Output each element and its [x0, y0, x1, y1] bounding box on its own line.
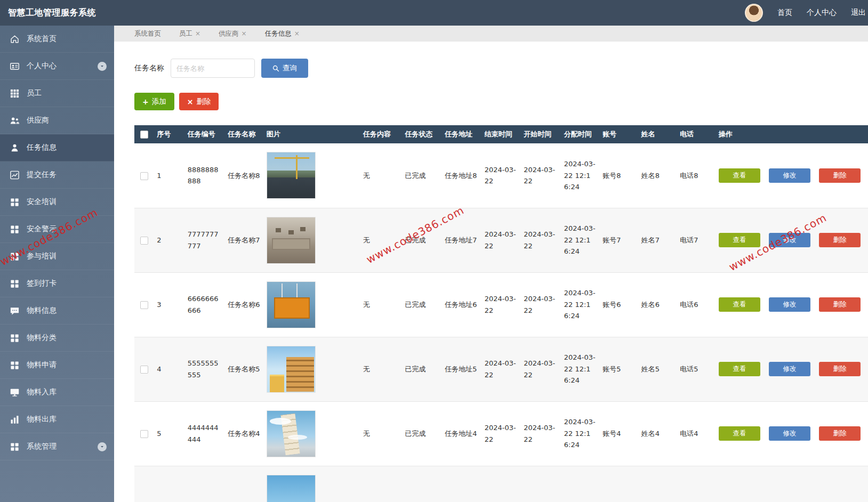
avatar[interactable] [745, 4, 763, 22]
tab-员工[interactable]: 员工 × [179, 29, 200, 38]
column-header-任务名称: 任务名称 [224, 125, 263, 143]
column-header-开始时间: 开始时间 [520, 125, 561, 143]
sidebar-item-icon [10, 442, 20, 452]
sidebar-item-系统首页[interactable]: 系统首页 [0, 26, 114, 53]
delete-button[interactable]: 删除 [819, 297, 861, 312]
table-row: 5 4444444444 任务名称4 无 已完成 任务地址4 2024-03-2… [134, 401, 868, 466]
sidebar-item-参与培训[interactable]: 参与培训 [0, 243, 114, 270]
cell-actions: 查看 修改 删除 [716, 208, 868, 272]
edit-button[interactable]: 修改 [769, 426, 810, 441]
cell-person-name: 姓名8 [638, 143, 677, 208]
select-all-checkbox[interactable] [140, 131, 148, 139]
table-row: 1 8888888888 任务名称8 无 已完成 任务地址8 2024-03-2… [134, 143, 868, 208]
content: 任务名称 查询 + 添加 × 删除 [114, 42, 868, 502]
row-checkbox[interactable] [140, 366, 148, 374]
sidebar-item-物料申请[interactable]: 物料申请 [0, 352, 114, 379]
nav-link-1[interactable]: 首页 [777, 8, 792, 18]
layout: 系统首页 个人中心 员工 供应商 任务信息 提交任务 安全培训 安全警示 [0, 26, 868, 502]
tab-close-icon[interactable]: × [195, 30, 200, 37]
header-nav: 首页个人中心退出 [777, 8, 866, 18]
cell-end-time: 2024-03-22 [481, 272, 521, 337]
row-checkbox[interactable] [140, 301, 148, 309]
cell-seq: 2 [154, 208, 184, 272]
nav-link-3[interactable]: 退出 [851, 8, 866, 18]
row-checkbox[interactable] [140, 430, 148, 438]
cell-address: 任务地址7 [441, 208, 481, 272]
sidebar-item-icon [10, 143, 20, 153]
sidebar-item-物料出库[interactable]: 物料出库 [0, 406, 114, 433]
column-header-分配时间: 分配时间 [561, 125, 600, 143]
sidebar-item-任务信息[interactable]: 任务信息 [0, 134, 114, 161]
sidebar-item-安全培训[interactable]: 安全培训 [0, 189, 114, 216]
delete-button[interactable]: 删除 [819, 168, 861, 183]
cell-person-name: 姓名7 [638, 208, 677, 272]
sidebar-item-安全警示[interactable]: 安全警示 [0, 216, 114, 243]
sidebar-item-物料分类[interactable]: 物料分类 [0, 325, 114, 352]
view-button[interactable]: 查看 [719, 233, 760, 247]
delete-button[interactable]: 删除 [819, 362, 861, 376]
sidebar-item-个人中心[interactable]: 个人中心 [0, 53, 114, 80]
cell-start-time: 2024-03-22 [520, 337, 561, 401]
cell-content [360, 466, 402, 502]
cell-task-name: 任务名称6 [224, 272, 263, 337]
cell-task-no: 4444444444 [184, 401, 225, 466]
app-title: 智慧工地管理服务系统 [0, 7, 96, 19]
sidebar-item-label: 安全培训 [27, 197, 57, 207]
tab-任务信息[interactable]: 任务信息 × [265, 29, 300, 38]
tab-close-icon[interactable]: × [242, 30, 247, 37]
tab-close-icon[interactable]: × [294, 30, 300, 37]
cell-phone [677, 466, 716, 502]
cell-phone: 电话4 [677, 401, 716, 466]
sidebar-item-icon [10, 279, 20, 289]
query-button[interactable]: 查询 [261, 59, 308, 78]
sidebar-item-提交任务[interactable]: 提交任务 [0, 161, 114, 189]
tab-供应商[interactable]: 供应商 × [219, 29, 247, 38]
cell-task-no [184, 466, 225, 502]
sidebar-item-系统管理[interactable]: 系统管理 [0, 433, 114, 460]
row-checkbox[interactable] [140, 172, 148, 180]
cell-checkbox [134, 208, 154, 272]
chevron-down-icon[interactable] [98, 62, 107, 71]
sidebar-item-供应商[interactable]: 供应商 [0, 107, 114, 134]
sidebar-item-员工[interactable]: 员工 [0, 80, 114, 107]
cell-address: 任务地址4 [441, 401, 481, 466]
add-button[interactable]: + 添加 [134, 93, 174, 110]
row-checkbox[interactable] [140, 237, 148, 245]
cell-actions: 查看 修改 删除 [716, 272, 868, 337]
sidebar-item-icon [10, 224, 20, 234]
table-header-row: 序号任务编号任务名称图片任务内容任务状态任务地址结束时间开始时间分配时间账号姓名… [134, 125, 868, 143]
sidebar-item-物料信息[interactable]: 物料信息 [0, 297, 114, 325]
cell-actions: 查看 修改 删除 [716, 143, 868, 208]
tab-系统首页[interactable]: 系统首页 [134, 29, 161, 38]
sidebar-item-icon [10, 415, 20, 425]
app-header: 智慧工地管理服务系统 首页个人中心退出 [0, 0, 868, 26]
search-input[interactable] [171, 59, 255, 78]
cell-seq: 4 [154, 337, 184, 401]
sidebar-item-label: 系统首页 [27, 34, 57, 44]
sidebar-item-label: 签到打卡 [27, 279, 57, 288]
edit-button[interactable]: 修改 [769, 362, 810, 376]
cell-person-name [638, 466, 677, 502]
table-body: 1 8888888888 任务名称8 无 已完成 任务地址8 2024-03-2… [134, 143, 868, 502]
chevron-down-icon[interactable] [98, 442, 107, 451]
view-button[interactable]: 查看 [719, 426, 760, 441]
sidebar-item-签到打卡[interactable]: 签到打卡 [0, 270, 114, 297]
nav-link-2[interactable]: 个人中心 [807, 8, 837, 18]
edit-button[interactable]: 修改 [769, 233, 810, 247]
delete-toolbar-button[interactable]: × 删除 [179, 93, 219, 110]
edit-button[interactable]: 修改 [769, 297, 810, 312]
view-button[interactable]: 查看 [719, 168, 760, 183]
cell-task-name: 任务名称5 [224, 337, 263, 401]
sidebar-item-label: 任务信息 [27, 143, 57, 152]
view-button[interactable]: 查看 [719, 362, 760, 376]
sidebar-item-icon [10, 387, 20, 398]
task-table: 序号任务编号任务名称图片任务内容任务状态任务地址结束时间开始时间分配时间账号姓名… [134, 125, 868, 502]
delete-button[interactable]: 删除 [819, 426, 861, 441]
delete-button[interactable]: 删除 [819, 233, 861, 247]
cell-task-no: 5555555555 [184, 337, 225, 401]
view-button[interactable]: 查看 [719, 297, 760, 312]
table-row: 2 7777777777 任务名称7 无 已完成 任务地址7 2024-03-2… [134, 208, 868, 272]
sidebar-item-物料入库[interactable]: 物料入库 [0, 379, 114, 406]
column-header-电话: 电话 [677, 125, 716, 143]
edit-button[interactable]: 修改 [769, 168, 810, 183]
